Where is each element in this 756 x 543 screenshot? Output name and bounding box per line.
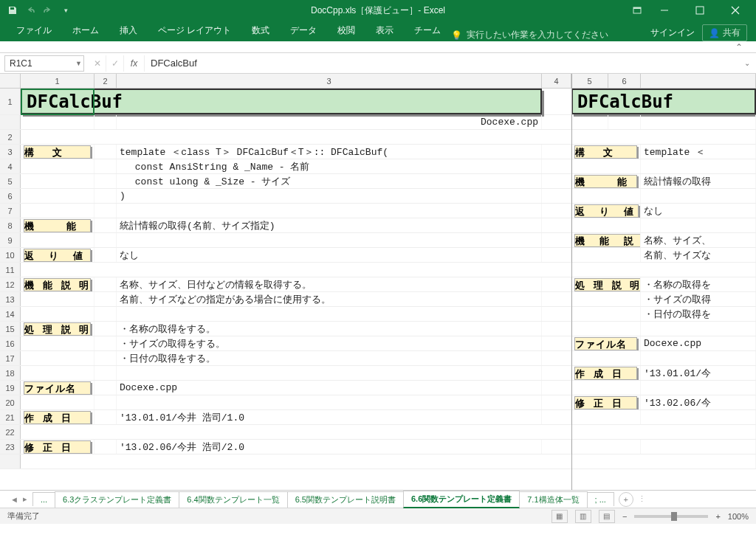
zoom-level[interactable]: 100% (728, 512, 749, 521)
redo-icon[interactable] (40, 2, 56, 18)
tab-home[interactable]: ホーム (62, 20, 109, 41)
row-header[interactable]: 13 (0, 292, 21, 306)
view-normal-icon[interactable]: ▦ (551, 510, 568, 523)
sheet-tab-active[interactable]: 6.6関数テンプレート定義書 (403, 491, 520, 508)
sheet-tab[interactable]: 6.3クラステンプレート定義書 (55, 491, 179, 508)
row-header[interactable]: 21 (0, 410, 21, 424)
sheet-nav-prev-icon[interactable]: ▸ (23, 494, 27, 504)
cancel-formula-icon[interactable]: ✕ (89, 55, 106, 72)
minimize-button[interactable] (648, 0, 681, 21)
save-icon[interactable] (4, 2, 21, 18)
tab-file[interactable]: ファイル (6, 20, 62, 41)
col-header[interactable]: 2 (94, 74, 117, 88)
sheet-tab[interactable]: 7.1構造体一覧 (519, 491, 587, 508)
formula-input[interactable] (145, 55, 738, 72)
ribbon-collapse-bar: ⌃ (0, 41, 756, 53)
modified: '13.02.06/今井 浩司/2.0 (117, 440, 542, 454)
label-return: 返 り 値 (24, 249, 91, 262)
ribbon-collapse-icon[interactable]: ⌃ (735, 42, 743, 52)
page-title-cell-right[interactable]: DFCalcBuf (571, 89, 756, 114)
row-header[interactable]: 11 (0, 263, 21, 277)
sheet-nav-first-icon[interactable]: ◄ (10, 495, 18, 504)
tell-me-search[interactable]: 💡 実行したい作業を入力してください (451, 29, 608, 41)
maximize-button[interactable] (684, 0, 716, 21)
proc-line-r: ・名称の取得を (641, 277, 756, 291)
label-func: 機 能 (24, 219, 91, 232)
qat-customize-icon[interactable]: ▾ (58, 2, 74, 18)
spreadsheet-grid[interactable]: 1 2 3 4 5 6 1 DFCalcBuf DFCalcBuf Docexe… (0, 74, 756, 490)
status-bar: 準備完了 ▦ ▥ ▤ − + 100% (0, 508, 756, 524)
label-filename: ファイル名 (24, 381, 91, 395)
undo-icon[interactable] (22, 2, 38, 18)
zoom-out-icon[interactable]: − (622, 512, 627, 521)
tab-team[interactable]: チーム (404, 20, 451, 41)
select-all-corner[interactable] (0, 74, 21, 88)
col-header[interactable] (641, 74, 756, 88)
row-header[interactable]: 16 (0, 336, 21, 350)
split-line[interactable] (571, 74, 572, 490)
row-header[interactable]: 17 (0, 351, 21, 365)
row-header[interactable]: 23 (0, 440, 21, 454)
row-header[interactable]: 8 (0, 218, 21, 232)
ribbon-tabs: ファイル ホーム 挿入 ページ レイアウト 数式 データ 校閲 表示 チーム 💡… (0, 21, 756, 41)
col-header[interactable]: 1 (21, 74, 94, 88)
label-filename-r: ファイル名 (574, 337, 637, 350)
filename: Docexe.cpp (117, 381, 542, 395)
row-header[interactable]: 3 (0, 145, 21, 159)
zoom-in-icon[interactable]: + (715, 512, 720, 521)
proc-line: ・サイズの取得をする。 (117, 336, 542, 350)
ribbon-display-options-icon[interactable] (629, 2, 645, 18)
col-header[interactable]: 5 (571, 74, 608, 88)
row-header[interactable]: 7 (0, 204, 21, 218)
zoom-slider[interactable] (634, 515, 708, 518)
col-header[interactable]: 3 (117, 74, 542, 88)
tab-page-layout[interactable]: ページ レイアウト (148, 20, 241, 41)
view-page-layout-icon[interactable]: ▥ (575, 510, 591, 523)
row-header[interactable]: 22 (0, 425, 21, 439)
desc-line: 名前、サイズなどの指定がある場合に使用する。 (117, 292, 542, 306)
name-box-dropdown-icon[interactable]: ▼ (75, 60, 82, 67)
sheet-overflow-left[interactable]: ... (32, 492, 55, 506)
row-header[interactable]: 19 (0, 381, 21, 395)
view-page-break-icon[interactable]: ▤ (599, 510, 615, 523)
desc-line: 名称、サイズ、日付などの情報を取得する。 (117, 277, 542, 291)
tab-insert[interactable]: 挿入 (109, 20, 148, 41)
row-header[interactable]: 14 (0, 307, 21, 321)
row-header[interactable]: 12 (0, 277, 21, 291)
insert-function-icon[interactable]: fx (124, 55, 145, 72)
tab-data[interactable]: データ (280, 20, 327, 41)
desc-line-r: 名称、サイズ、 (641, 233, 756, 247)
expand-formula-bar-icon[interactable]: ⌄ (738, 59, 756, 67)
page-title-cell[interactable]: DFCalcBuf (21, 89, 542, 114)
close-button[interactable] (719, 0, 752, 21)
row-header[interactable]: 6 (0, 189, 21, 203)
row-header[interactable]: 10 (0, 248, 21, 262)
tab-formulas[interactable]: 数式 (241, 20, 280, 41)
row-header[interactable]: 9 (0, 233, 21, 247)
sheet-overflow-right[interactable]: ; ... (587, 492, 614, 506)
tell-me-placeholder: 実行したい作業を入力してください (467, 29, 608, 41)
row-header[interactable]: 20 (0, 395, 21, 409)
row-header[interactable]: 4 (0, 159, 21, 173)
row-header[interactable]: 18 (0, 366, 21, 380)
add-sheet-button[interactable]: + (619, 492, 633, 507)
col-header[interactable]: 4 (542, 74, 571, 88)
tab-review[interactable]: 校閲 (327, 20, 365, 41)
name-box[interactable]: R1C1 ▼ (4, 55, 84, 72)
row-header[interactable]: 5 (0, 174, 21, 188)
tab-view[interactable]: 表示 (365, 20, 404, 41)
col-header[interactable]: 6 (608, 74, 641, 88)
sign-in-link[interactable]: サインイン (650, 27, 695, 39)
column-headers: 1 2 3 4 5 6 (0, 74, 756, 89)
sheet-tab[interactable]: 6.4関数テンプレート一覧 (179, 491, 287, 508)
title-bar: ▾ DocCpp.xls［保護ビュー］- Excel (0, 0, 756, 21)
sheet-tab[interactable]: 6.5関数テンプレート説明書 (287, 491, 404, 508)
ret-text-r: なし (641, 204, 756, 218)
row-header[interactable]: 2 (0, 130, 21, 144)
syntax-line: ) (117, 189, 542, 203)
label-created-r: 作 成 日 (574, 367, 637, 380)
share-button[interactable]: 👤 共有 (702, 24, 747, 41)
row-header[interactable]: 1 (0, 89, 21, 114)
enter-formula-icon[interactable]: ✓ (106, 55, 124, 72)
row-header[interactable]: 15 (0, 322, 21, 336)
